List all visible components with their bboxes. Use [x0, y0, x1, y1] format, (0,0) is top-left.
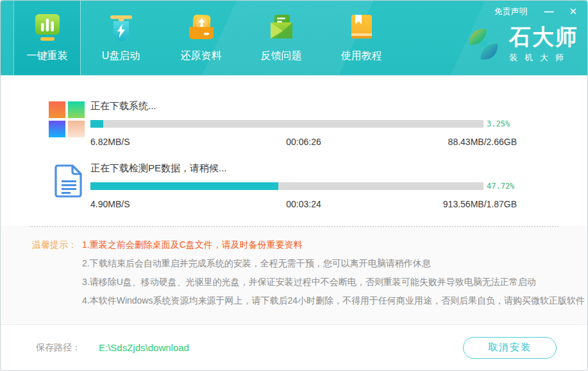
tip-item-4: 4.本软件Windows系统资源均来源于网上，请下载后24小时删除，不得用于任何… — [82, 291, 585, 310]
tab-usb-boot[interactable]: U盘启动 — [81, 1, 161, 75]
save-path-label: 保存路径： — [36, 342, 81, 354]
download-size: 88.43MB/2.66GB — [374, 137, 517, 147]
tab-label: 还原资料 — [181, 49, 222, 63]
feedback-mail-icon — [265, 12, 298, 44]
nav-tabs: 一键重装 U盘启动 — [13, 1, 401, 75]
download-title: 正在下载系统... — [90, 100, 520, 112]
download-time-remaining: 00:03:24 — [233, 199, 375, 209]
progress-percent: 3.25% — [487, 119, 520, 128]
tab-label: 反馈问题 — [261, 49, 302, 63]
tab-feedback[interactable]: 反馈问题 — [241, 1, 321, 75]
brand-logo-block: 石大师 装机大师 — [463, 24, 578, 65]
tab-restore-data[interactable]: 还原资料 — [161, 1, 241, 75]
brand-leaf-icon — [463, 24, 504, 65]
tips-label: 温馨提示： — [32, 236, 82, 310]
progress-bar — [90, 182, 483, 190]
download-row-system: 正在下载系统... 3.25% 6.82MB/S 00:06:26 88.43M… — [1, 76, 587, 147]
download-size: 913.56MB/1.87GB — [374, 199, 517, 209]
usb-drive-icon — [105, 12, 137, 44]
download-time-remaining: 00:06:26 — [233, 137, 375, 147]
chart-bars-icon — [31, 12, 63, 44]
download-speed: 6.82MB/S — [90, 137, 233, 147]
download-title: 正在下载检测PE数据，请稍候... — [90, 162, 520, 175]
tab-tutorial[interactable]: 使用教程 — [321, 1, 401, 75]
disclaimer-link[interactable]: 免责声明 — [494, 6, 527, 17]
tip-item-1: 1.重装之前会删除桌面及C盘文件，请及时备份重要资料 — [82, 236, 585, 254]
tab-label: U盘启动 — [102, 49, 140, 63]
download-speed: 4.90MB/S — [90, 199, 233, 209]
download-row-pe-data: 正在下载检测PE数据，请稍候... 47.72% 4.90MB/S 00:03:… — [1, 147, 587, 209]
dotted-divider — [29, 226, 559, 227]
save-path-link[interactable]: E:\SdsZjds\download — [99, 342, 189, 353]
tips-section: 温馨提示： 1.重装之前会删除桌面及C盘文件，请及时备份重要资料 2.下载结束后… — [1, 226, 587, 324]
progress-percent: 47.72% — [487, 182, 520, 191]
window-controls: 免责声明 — ✕ — [494, 6, 580, 17]
tip-item-2: 2.下载结束后会自动重启并完成系统的安装，全程无需干预，您可以离开电脑请稍作休息 — [82, 254, 585, 273]
footer-bar: 保存路径： E:\SdsZjds\download 取消安装 — [1, 324, 587, 370]
close-button[interactable]: ✕ — [566, 6, 580, 17]
tips-list: 1.重装之前会删除桌面及C盘文件，请及时备份重要资料 2.下载结束后会自动重启并… — [82, 236, 585, 310]
tab-label: 一键重装 — [27, 49, 68, 63]
download-panel: 正在下载系统... 3.25% 6.82MB/S 00:06:26 88.43M… — [1, 76, 587, 226]
tip-item-3: 3.请移除U盘、移动硬盘、光驱里的光盘，并保证安装过程中不会断电，否则重装可能失… — [82, 273, 585, 291]
header-bar: 一键重装 U盘启动 — [1, 1, 587, 76]
document-icon — [55, 164, 84, 198]
tab-one-key-reinstall[interactable]: 一键重装 — [13, 1, 81, 75]
tutorial-book-icon — [346, 12, 378, 44]
tab-label: 使用教程 — [341, 49, 382, 63]
restore-data-icon — [185, 12, 217, 44]
brand-subtitle: 装机大师 — [509, 52, 578, 64]
windows-logo-icon — [49, 101, 85, 137]
cancel-install-button[interactable]: 取消安装 — [463, 337, 557, 359]
minimize-button[interactable]: — — [541, 6, 556, 17]
progress-bar — [90, 120, 483, 128]
brand-name: 石大师 — [509, 25, 578, 48]
app-window: 一键重装 U盘启动 — [0, 0, 588, 371]
